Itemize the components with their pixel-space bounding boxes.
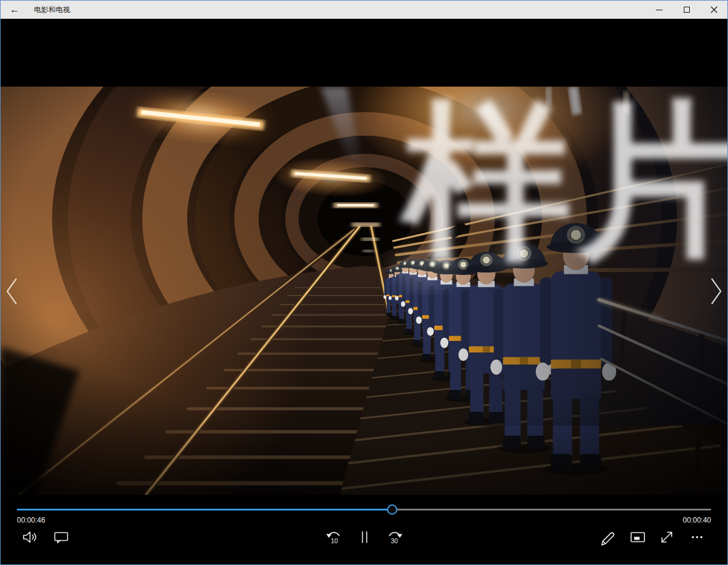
shading-overlays: [1, 87, 728, 495]
fullscreen-icon: [658, 528, 676, 546]
svg-text:10: 10: [331, 537, 338, 544]
edit-pencil-icon: [598, 528, 617, 546]
back-icon: ←: [10, 4, 19, 15]
skip-forward-button[interactable]: 30: [385, 527, 405, 547]
back-button[interactable]: ←: [1, 1, 28, 19]
video-surface[interactable]: 样片 00:00:46 00:00:40: [1, 19, 727, 564]
seek-bar[interactable]: [17, 504, 711, 514]
seek-progress: [17, 509, 392, 510]
volume-button[interactable]: [19, 527, 40, 547]
remaining-time: 00:00:40: [683, 516, 711, 524]
maximize-icon: [684, 7, 690, 13]
volume-icon: [21, 529, 38, 546]
skip-forward-30-icon: 30: [386, 528, 404, 546]
skip-back-10-icon: 10: [325, 528, 343, 546]
captions-icon: [53, 529, 70, 546]
titlebar: ← 电影和电视: [1, 1, 727, 19]
player-controls: 00:00:46 00:00:40 10: [1, 493, 727, 564]
chevron-left-icon: [4, 276, 20, 306]
elapsed-time: 00:00:46: [17, 516, 45, 524]
minimize-button[interactable]: [646, 1, 673, 19]
maximize-button[interactable]: [673, 1, 700, 19]
close-button[interactable]: [700, 1, 727, 19]
more-options-button[interactable]: [687, 527, 707, 547]
chevron-right-icon: [708, 276, 724, 306]
pause-button[interactable]: [354, 527, 375, 547]
svg-text:30: 30: [391, 537, 398, 544]
movies-tv-window: ← 电影和电视: [0, 0, 728, 565]
close-icon: [710, 6, 718, 13]
previous-button[interactable]: [3, 276, 21, 308]
minimize-icon: [656, 10, 663, 10]
app-title: 电影和电视: [34, 5, 70, 15]
video-frame-mine-tunnel: [1, 87, 728, 495]
next-button[interactable]: [707, 276, 725, 308]
edit-button[interactable]: [597, 527, 618, 547]
more-options-icon: [688, 528, 706, 546]
mini-player-button[interactable]: [627, 527, 648, 547]
seek-handle[interactable]: [387, 504, 397, 515]
mini-player-icon: [629, 528, 647, 546]
skip-back-button[interactable]: 10: [323, 527, 344, 547]
fullscreen-button[interactable]: [657, 527, 677, 547]
captions-button[interactable]: [51, 527, 71, 547]
pause-icon: [356, 529, 373, 546]
